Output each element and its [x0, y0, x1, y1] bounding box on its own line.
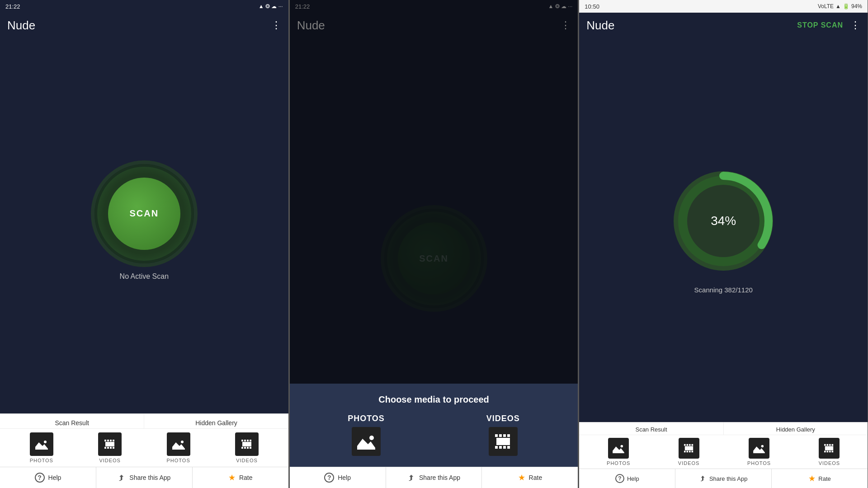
photos-icon-scan-1[interactable] [30, 432, 53, 456]
svg-rect-49 [689, 444, 691, 446]
media-icons-row-1: PHOTOS V [0, 429, 288, 467]
share-btn-2[interactable]: ⮭ Share this App [386, 467, 482, 488]
gallery-tabs-3: Scan Result Hidden Gallery [579, 422, 868, 435]
photos-option-2[interactable]: PHOTOS [348, 414, 385, 456]
photos-item-hidden-1: PHOTOS [166, 432, 190, 463]
svg-rect-22 [244, 447, 246, 449]
svg-point-15 [181, 441, 184, 443]
action-bar-2: ? Help ⮭ Share this App ★ Rate [290, 467, 578, 488]
photos-scan-3: PHOTOS [607, 438, 630, 466]
modal-box-2: Choose media to proceed PHOTOS VIDEOS [290, 384, 578, 467]
svg-rect-30 [495, 434, 498, 437]
help-label-1: Help [48, 474, 61, 481]
svg-rect-68 [825, 446, 833, 450]
rate-label-2: Rate [529, 474, 542, 481]
photos-label-hidden-1: PHOTOS [166, 458, 190, 463]
videos-option-2[interactable]: VIDEOS [486, 414, 520, 456]
svg-rect-17 [241, 440, 243, 441]
help-label-3: Help [627, 475, 639, 482]
svg-rect-34 [495, 446, 498, 449]
help-btn-2[interactable]: ? Help [290, 467, 386, 488]
photos-icon-scan-3[interactable] [608, 438, 629, 459]
svg-rect-52 [686, 451, 688, 453]
status-bar-3: 10:50 VoLTE ▲ 🔋 94% [579, 0, 868, 13]
panel-2: 21:22 ▲ ❂ ☁ ··· Nude ⋮ SCAN Choose media… [290, 0, 579, 488]
svg-rect-21 [241, 447, 243, 449]
videos-icon-hidden-1[interactable] [235, 432, 259, 456]
status-icons-3: VoLTE ▲ 🔋 94% [818, 3, 862, 9]
help-icon-2: ? [324, 473, 334, 483]
svg-rect-5 [107, 440, 109, 441]
svg-rect-60 [824, 444, 826, 446]
svg-rect-55 [684, 446, 693, 450]
photos-option-icon-2 [352, 427, 381, 456]
hidden-gallery-tab-1[interactable]: Hidden Gallery [144, 414, 288, 428]
svg-rect-65 [827, 451, 829, 453]
star-icon-1: ★ [228, 473, 236, 483]
star-icon-3: ★ [808, 474, 816, 483]
photos-hidden-3: PHOTOS [747, 438, 771, 466]
svg-rect-19 [247, 440, 249, 441]
photos-icon-hidden-3[interactable] [749, 438, 769, 459]
modal-title-2: Choose media to proceed [297, 394, 571, 405]
no-active-scan-1: No Active Scan [120, 272, 169, 281]
photos-label-scan-1: PHOTOS [30, 458, 53, 463]
hidden-gallery-tab-3[interactable]: Hidden Gallery [724, 422, 868, 435]
svg-rect-8 [104, 447, 106, 449]
gallery-tabs-1: Scan Result Hidden Gallery [0, 414, 288, 429]
photos-icon-hidden-1[interactable] [167, 432, 190, 456]
svg-rect-33 [507, 434, 510, 437]
menu-dots-3[interactable]: ⋮ [850, 19, 860, 31]
status-time-3: 10:50 [585, 3, 599, 10]
rate-btn-1[interactable]: ★ Rate [193, 467, 288, 488]
svg-rect-7 [113, 440, 114, 441]
share-btn-3[interactable]: ⮭ Share this App [675, 469, 772, 488]
scan-button-1[interactable]: SCAN [108, 178, 180, 250]
scan-result-tab-1[interactable]: Scan Result [0, 414, 144, 428]
menu-dots-1[interactable]: ⋮ [271, 19, 281, 31]
help-btn-1[interactable]: ? Help [0, 467, 96, 488]
videos-icon-scan-3[interactable] [679, 438, 699, 459]
photos-label-scan-3: PHOTOS [607, 460, 630, 466]
svg-rect-11 [113, 447, 114, 449]
svg-point-58 [761, 445, 764, 448]
svg-rect-32 [503, 434, 506, 437]
stop-scan-btn-3[interactable]: STOP SCAN [797, 21, 843, 29]
videos-scan-3: VIDEOS [678, 438, 700, 466]
videos-icon-scan-1[interactable] [98, 432, 122, 456]
action-bar-3: ? Help ⮭ Share this App ★ Rate [579, 469, 868, 488]
videos-label-hidden-1: VIDEOS [236, 458, 258, 463]
scan-result-tab-3[interactable]: Scan Result [579, 422, 723, 435]
svg-rect-48 [686, 444, 688, 446]
share-icon-1: ⮭ [118, 473, 126, 483]
app-title-3: Nude [586, 19, 614, 33]
svg-rect-6 [110, 440, 112, 441]
share-label-2: Share this App [419, 474, 460, 481]
share-btn-1[interactable]: ⮭ Share this App [96, 467, 193, 488]
media-icons-row-3: PHOTOS V [579, 435, 868, 469]
status-bar-1: 21:22 ▲ ❂ ☁ ··· [0, 0, 288, 13]
videos-item-hidden-1: VIDEOS [235, 432, 259, 463]
bottom-section-1: Scan Result Hidden Gallery PHOTOS [0, 413, 288, 488]
svg-rect-31 [499, 434, 502, 437]
help-icon-3: ? [615, 474, 624, 483]
app-header-3: Nude STOP SCAN ⋮ [579, 13, 868, 38]
svg-rect-38 [496, 438, 510, 445]
svg-rect-64 [824, 451, 826, 453]
svg-rect-9 [107, 447, 109, 449]
progress-section-3: 34% Scanning 382/1120 [579, 38, 868, 422]
action-bar-1: ? Help ⮭ Share this App ★ Rate [0, 467, 288, 488]
panel-1: 21:22 ▲ ❂ ☁ ··· Nude ⋮ SCAN No Active Sc… [0, 0, 289, 488]
share-icon-3: ⮭ [699, 474, 707, 483]
help-btn-3[interactable]: ? Help [579, 469, 675, 488]
rate-btn-2[interactable]: ★ Rate [482, 467, 578, 488]
photos-item-scan-1: PHOTOS [30, 432, 53, 463]
videos-label-hidden-3: VIDEOS [819, 460, 840, 466]
videos-icon-hidden-3[interactable] [819, 438, 840, 459]
scan-label-1: SCAN [129, 208, 159, 219]
app-title-1: Nude [7, 19, 35, 33]
progress-label-3: 34% [711, 214, 736, 228]
svg-point-45 [621, 445, 623, 448]
main-content-1: SCAN No Active Scan [0, 38, 288, 413]
rate-btn-3[interactable]: ★ Rate [772, 469, 868, 488]
